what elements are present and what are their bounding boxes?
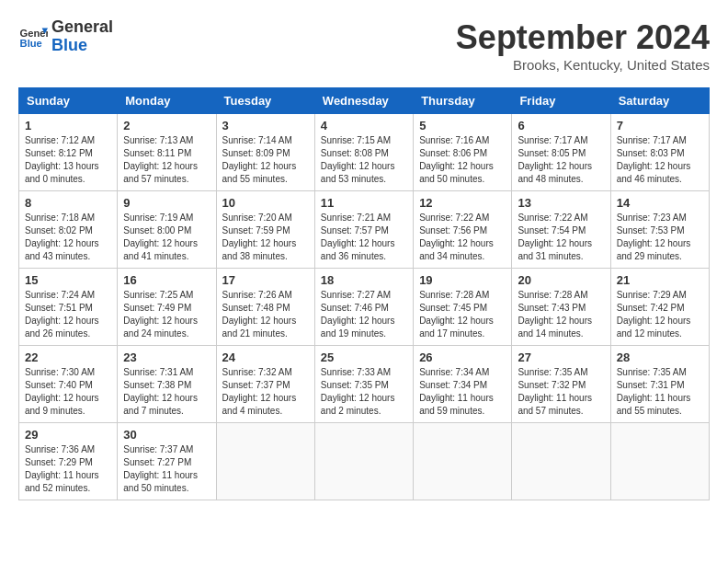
day-number: 21 bbox=[617, 273, 703, 287]
calendar-day-cell: 15Sunrise: 7:24 AM Sunset: 7:51 PM Dayli… bbox=[19, 269, 118, 346]
calendar-day-cell: 21Sunrise: 7:29 AM Sunset: 7:42 PM Dayli… bbox=[610, 269, 709, 346]
day-info: Sunrise: 7:19 AM Sunset: 8:00 PM Dayligh… bbox=[123, 212, 210, 263]
day-number: 20 bbox=[518, 273, 604, 287]
svg-text:Blue: Blue bbox=[20, 38, 42, 49]
calendar-day-cell: 12Sunrise: 7:22 AM Sunset: 7:56 PM Dayli… bbox=[414, 191, 512, 269]
day-number: 28 bbox=[617, 350, 703, 364]
weekday-header: Saturday bbox=[610, 88, 709, 114]
day-info: Sunrise: 7:34 AM Sunset: 7:34 PM Dayligh… bbox=[419, 366, 506, 418]
day-number: 1 bbox=[25, 119, 111, 132]
day-info: Sunrise: 7:35 AM Sunset: 7:32 PM Dayligh… bbox=[518, 366, 604, 418]
calendar-day-cell: 5Sunrise: 7:16 AM Sunset: 8:06 PM Daylig… bbox=[414, 114, 512, 191]
calendar-day-cell: 9Sunrise: 7:19 AM Sunset: 8:00 PM Daylig… bbox=[118, 191, 216, 269]
calendar-title: September 2024 bbox=[456, 18, 710, 57]
calendar-day-cell: 4Sunrise: 7:15 AM Sunset: 8:08 PM Daylig… bbox=[314, 114, 413, 191]
calendar-day-cell: 8Sunrise: 7:18 AM Sunset: 8:02 PM Daylig… bbox=[19, 191, 118, 269]
day-info: Sunrise: 7:15 AM Sunset: 8:08 PM Dayligh… bbox=[321, 134, 407, 186]
day-number: 8 bbox=[25, 196, 111, 210]
day-info: Sunrise: 7:36 AM Sunset: 7:29 PM Dayligh… bbox=[25, 443, 111, 495]
day-number: 15 bbox=[25, 273, 111, 287]
day-number: 16 bbox=[123, 273, 210, 287]
weekday-header: Friday bbox=[512, 88, 610, 114]
calendar-day-cell: 24Sunrise: 7:32 AM Sunset: 7:37 PM Dayli… bbox=[216, 346, 314, 423]
day-number: 13 bbox=[518, 196, 604, 210]
calendar-week-row: 22Sunrise: 7:30 AM Sunset: 7:40 PM Dayli… bbox=[19, 346, 710, 423]
day-info: Sunrise: 7:12 AM Sunset: 8:12 PM Dayligh… bbox=[25, 134, 111, 186]
day-info: Sunrise: 7:30 AM Sunset: 7:40 PM Dayligh… bbox=[25, 366, 111, 418]
calendar-subtitle: Brooks, Kentucky, United States bbox=[456, 57, 710, 73]
calendar-table: SundayMondayTuesdayWednesdayThursdayFrid… bbox=[18, 87, 710, 500]
calendar-day-cell: 3Sunrise: 7:14 AM Sunset: 8:09 PM Daylig… bbox=[216, 114, 314, 191]
calendar-day-cell bbox=[314, 423, 413, 500]
day-info: Sunrise: 7:22 AM Sunset: 7:56 PM Dayligh… bbox=[419, 212, 506, 263]
day-number: 26 bbox=[419, 350, 506, 364]
day-number: 4 bbox=[321, 119, 407, 132]
day-info: Sunrise: 7:23 AM Sunset: 7:53 PM Dayligh… bbox=[617, 212, 703, 263]
calendar-week-row: 1Sunrise: 7:12 AM Sunset: 8:12 PM Daylig… bbox=[19, 114, 710, 191]
calendar-week-row: 15Sunrise: 7:24 AM Sunset: 7:51 PM Dayli… bbox=[19, 269, 710, 346]
day-number: 9 bbox=[123, 196, 210, 210]
day-number: 2 bbox=[123, 119, 210, 132]
calendar-day-cell: 7Sunrise: 7:17 AM Sunset: 8:03 PM Daylig… bbox=[610, 114, 709, 191]
day-info: Sunrise: 7:28 AM Sunset: 7:43 PM Dayligh… bbox=[518, 289, 604, 340]
day-info: Sunrise: 7:37 AM Sunset: 7:27 PM Dayligh… bbox=[123, 443, 210, 495]
calendar-body: 1Sunrise: 7:12 AM Sunset: 8:12 PM Daylig… bbox=[19, 114, 710, 500]
day-number: 30 bbox=[123, 428, 210, 442]
weekday-header: Monday bbox=[118, 88, 216, 114]
day-info: Sunrise: 7:16 AM Sunset: 8:06 PM Dayligh… bbox=[419, 134, 506, 186]
day-number: 3 bbox=[222, 119, 309, 132]
calendar-day-cell bbox=[414, 423, 512, 500]
day-info: Sunrise: 7:26 AM Sunset: 7:48 PM Dayligh… bbox=[222, 289, 309, 340]
day-number: 12 bbox=[419, 196, 506, 210]
calendar-day-cell: 26Sunrise: 7:34 AM Sunset: 7:34 PM Dayli… bbox=[414, 346, 512, 423]
calendar-day-cell: 2Sunrise: 7:13 AM Sunset: 8:11 PM Daylig… bbox=[118, 114, 216, 191]
calendar-day-cell: 19Sunrise: 7:28 AM Sunset: 7:45 PM Dayli… bbox=[414, 269, 512, 346]
calendar-day-cell: 22Sunrise: 7:30 AM Sunset: 7:40 PM Dayli… bbox=[19, 346, 118, 423]
day-info: Sunrise: 7:35 AM Sunset: 7:31 PM Dayligh… bbox=[617, 366, 703, 418]
day-number: 10 bbox=[222, 196, 309, 210]
calendar-day-cell: 20Sunrise: 7:28 AM Sunset: 7:43 PM Dayli… bbox=[512, 269, 610, 346]
day-number: 29 bbox=[25, 428, 111, 442]
day-info: Sunrise: 7:17 AM Sunset: 8:03 PM Dayligh… bbox=[617, 134, 703, 186]
day-number: 23 bbox=[123, 350, 210, 364]
calendar-day-cell: 18Sunrise: 7:27 AM Sunset: 7:46 PM Dayli… bbox=[314, 269, 413, 346]
day-number: 27 bbox=[518, 350, 604, 364]
day-number: 22 bbox=[25, 350, 111, 364]
day-info: Sunrise: 7:27 AM Sunset: 7:46 PM Dayligh… bbox=[321, 289, 407, 340]
day-number: 11 bbox=[321, 196, 407, 210]
day-info: Sunrise: 7:32 AM Sunset: 7:37 PM Dayligh… bbox=[222, 366, 309, 418]
day-number: 19 bbox=[419, 273, 506, 287]
logo-text: General Blue bbox=[51, 18, 113, 55]
calendar-day-cell: 27Sunrise: 7:35 AM Sunset: 7:32 PM Dayli… bbox=[512, 346, 610, 423]
weekday-header: Wednesday bbox=[314, 88, 413, 114]
calendar-day-cell: 13Sunrise: 7:22 AM Sunset: 7:54 PM Dayli… bbox=[512, 191, 610, 269]
day-info: Sunrise: 7:20 AM Sunset: 7:59 PM Dayligh… bbox=[222, 212, 309, 263]
calendar-day-cell bbox=[216, 423, 314, 500]
day-info: Sunrise: 7:13 AM Sunset: 8:11 PM Dayligh… bbox=[123, 134, 210, 186]
day-info: Sunrise: 7:22 AM Sunset: 7:54 PM Dayligh… bbox=[518, 212, 604, 263]
day-info: Sunrise: 7:25 AM Sunset: 7:49 PM Dayligh… bbox=[123, 289, 210, 340]
day-info: Sunrise: 7:33 AM Sunset: 7:35 PM Dayligh… bbox=[321, 366, 407, 418]
calendar-week-row: 8Sunrise: 7:18 AM Sunset: 8:02 PM Daylig… bbox=[19, 191, 710, 269]
weekday-header: Tuesday bbox=[216, 88, 314, 114]
day-number: 18 bbox=[321, 273, 407, 287]
day-info: Sunrise: 7:18 AM Sunset: 8:02 PM Dayligh… bbox=[25, 212, 111, 263]
calendar-day-cell: 16Sunrise: 7:25 AM Sunset: 7:49 PM Dayli… bbox=[118, 269, 216, 346]
calendar-day-cell bbox=[610, 423, 709, 500]
calendar-day-cell: 28Sunrise: 7:35 AM Sunset: 7:31 PM Dayli… bbox=[610, 346, 709, 423]
logo: General Blue General Blue bbox=[18, 18, 113, 55]
calendar-week-row: 29Sunrise: 7:36 AM Sunset: 7:29 PM Dayli… bbox=[19, 423, 710, 500]
title-area: September 2024 Brooks, Kentucky, United … bbox=[456, 18, 710, 73]
calendar-day-cell: 30Sunrise: 7:37 AM Sunset: 7:27 PM Dayli… bbox=[118, 423, 216, 500]
weekday-header: Sunday bbox=[19, 88, 118, 114]
day-info: Sunrise: 7:31 AM Sunset: 7:38 PM Dayligh… bbox=[123, 366, 210, 418]
calendar-day-cell: 23Sunrise: 7:31 AM Sunset: 7:38 PM Dayli… bbox=[118, 346, 216, 423]
calendar-day-cell: 6Sunrise: 7:17 AM Sunset: 8:05 PM Daylig… bbox=[512, 114, 610, 191]
calendar-day-cell: 25Sunrise: 7:33 AM Sunset: 7:35 PM Dayli… bbox=[314, 346, 413, 423]
logo-icon: General Blue bbox=[18, 22, 48, 52]
day-info: Sunrise: 7:24 AM Sunset: 7:51 PM Dayligh… bbox=[25, 289, 111, 340]
calendar-day-cell: 17Sunrise: 7:26 AM Sunset: 7:48 PM Dayli… bbox=[216, 269, 314, 346]
day-number: 6 bbox=[518, 119, 604, 132]
day-info: Sunrise: 7:17 AM Sunset: 8:05 PM Dayligh… bbox=[518, 134, 604, 186]
day-number: 17 bbox=[222, 273, 309, 287]
